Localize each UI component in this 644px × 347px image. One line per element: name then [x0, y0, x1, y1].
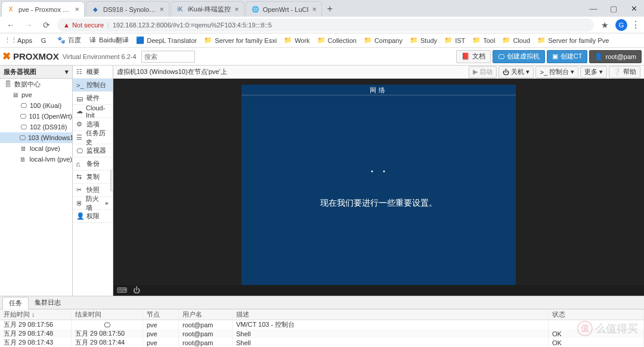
minimize-button[interactable]: —	[583, 0, 603, 17]
menu-icon: 🖵	[76, 147, 83, 154]
url-input[interactable]: ▲ Not secure | 192.168.123.2:8006/#v1:0:…	[57, 18, 594, 32]
back-icon[interactable]: ←	[4, 18, 18, 32]
menu-item[interactable]: ☁Cloud-Init	[73, 105, 113, 118]
browser-tab[interactable]: ◆DS918 - Synology DiskStation×	[86, 1, 169, 17]
col-end[interactable]: 结束时间	[72, 309, 143, 320]
bookmark-item[interactable]: 🐾百度	[54, 35, 84, 46]
bookmark-label: IST	[455, 37, 465, 44]
menu-label: 任务历史	[86, 129, 109, 147]
bookmark-item[interactable]: 译Baidu翻译	[85, 35, 132, 46]
user-menu-button[interactable]: 👤root@pam	[589, 50, 642, 63]
bookmark-item[interactable]: ⋮⋮Apps	[4, 35, 35, 46]
menu-label: 选项	[86, 120, 100, 129]
maximize-button[interactable]: ▢	[603, 0, 624, 17]
tree-item[interactable]: 🖥pve	[0, 89, 72, 100]
menu-icon: 🖴	[76, 95, 83, 102]
tree-item[interactable]: 🗎local (pve)	[0, 143, 72, 154]
play-icon: ▶	[473, 68, 478, 76]
table-row[interactable]: 五月 29 08:17:48五月 29 08:17:50pveroot@pamS…	[0, 329, 644, 338]
search-input[interactable]	[141, 51, 195, 63]
bookmark-item[interactable]: 📁Work	[281, 35, 312, 46]
menu-label: 复制	[86, 172, 100, 181]
power-icon[interactable]: ⏻	[133, 286, 140, 295]
not-secure-badge: ▲ Not secure	[63, 21, 104, 29]
bookmark-item[interactable]: 📁IST	[441, 35, 468, 46]
menu-label: 备份	[86, 159, 100, 168]
menu-item[interactable]: 👤权限	[73, 210, 113, 223]
extension-icon[interactable]: ★	[597, 18, 612, 32]
create-vm-button[interactable]: 🖵创建虚拟机	[493, 50, 545, 63]
col-start[interactable]: 开始时间 ↓	[0, 309, 72, 320]
help-button[interactable]: ❔帮助	[609, 66, 640, 78]
menu-item[interactable]: ⇆复制	[73, 171, 113, 184]
bookmark-item[interactable]: 📁Company	[361, 35, 405, 46]
create-ct-button[interactable]: ▣创建CT	[547, 50, 588, 63]
forward-icon[interactable]: →	[21, 18, 36, 32]
tasks-tabs: 任务 集群日志	[0, 296, 644, 309]
setup-message: 现在我们要进行一些重要设置。	[242, 198, 516, 209]
chevron-down-icon: ▾	[599, 68, 603, 76]
bookmark-item[interactable]: G	[36, 35, 53, 46]
bookmark-item[interactable]: 📁Study	[407, 35, 440, 46]
reload-icon[interactable]: ⟳	[39, 18, 54, 32]
bookmark-label: 百度	[68, 36, 81, 45]
bookmark-item[interactable]: 📁Server for family Esxi	[201, 35, 280, 46]
bookmark-item[interactable]: 📁Collection	[314, 35, 360, 46]
tree-label: 103 (WIndows10)	[28, 134, 72, 141]
menu-item[interactable]: >_控制台	[73, 79, 113, 92]
close-icon[interactable]: ×	[312, 5, 317, 14]
favicon-icon: ◆	[91, 5, 100, 14]
tree-title[interactable]: 服务器视图▾	[0, 66, 72, 79]
tab-cluster-log[interactable]: 集群日志	[29, 297, 67, 308]
monitor-icon: 🖵	[498, 53, 504, 60]
favicon-icon: ⋮⋮	[7, 36, 15, 45]
keyboard-icon[interactable]: ⌨	[117, 286, 127, 295]
menu-item[interactable]: ☰任务历史	[73, 131, 113, 144]
browser-tab[interactable]: iKiKuai-终端监控×	[171, 1, 244, 17]
bookmark-label: Server for family Esxi	[215, 37, 277, 44]
content-title-bar: 虚拟机103 (Windows10)在节点'pve'上 ▶启动 ⏻关机 ▾ >_…	[113, 66, 644, 79]
tree-item[interactable]: 🖵103 (WIndows10)	[0, 132, 72, 143]
more-button[interactable]: 更多 ▾	[580, 66, 607, 78]
close-icon[interactable]: ×	[234, 5, 239, 14]
menu-item[interactable]: ⎌备份	[73, 157, 113, 171]
docs-button[interactable]: 📕文档	[456, 50, 491, 63]
menu-item[interactable]: 🖵监视器	[73, 144, 113, 157]
col-desc[interactable]: 描述	[233, 309, 549, 320]
new-tab-button[interactable]: +	[322, 1, 338, 17]
bookmark-item[interactable]: 📁Cloud	[499, 35, 533, 46]
bookmark-label: DeepL Translator	[147, 37, 197, 44]
tree-item[interactable]: 🗄数据中心	[0, 79, 72, 89]
menu-item[interactable]: ⛨防火墙▸	[73, 197, 113, 210]
bookmark-item[interactable]: 📁Server for family Pve	[534, 35, 612, 46]
menu-icon[interactable]: ⋮	[631, 19, 640, 30]
tree-item[interactable]: 🖵100 (iKuai)	[0, 100, 72, 111]
browser-tab[interactable]: 🌐OpenWrt - LuCI×	[246, 1, 322, 17]
table-row[interactable]: 五月 29 08:17:56🖵pveroot@pamVM/CT 103 - 控制…	[0, 320, 644, 329]
col-user[interactable]: 用户名	[179, 309, 233, 320]
menu-item[interactable]: 🖴硬件	[73, 92, 113, 105]
folder-icon: 📁	[204, 36, 212, 45]
tab-tasks[interactable]: 任务	[2, 297, 29, 309]
menu-item[interactable]: ☷概要	[73, 66, 113, 79]
tree-item[interactable]: 🗎local-lvm (pve)	[0, 154, 72, 165]
menu-label: 快照	[86, 185, 100, 194]
close-button[interactable]: ✕	[624, 0, 644, 17]
tree-item[interactable]: 🖵102 (DS918)	[0, 122, 72, 132]
profile-avatar[interactable]: G	[615, 19, 627, 31]
console-area[interactable]: 网络 • • 现在我们要进行一些重要设置。 ⌨ ⏻	[113, 79, 644, 296]
bookmark-item[interactable]: 📁Tool	[469, 35, 498, 46]
close-icon[interactable]: ×	[159, 5, 164, 14]
table-row[interactable]: 五月 29 08:17:43五月 29 08:17:44pveroot@pamS…	[0, 338, 644, 347]
col-node[interactable]: 节点	[143, 309, 179, 320]
bookmark-label: Baidu翻译	[99, 36, 129, 45]
close-icon[interactable]: ×	[75, 5, 79, 14]
tree-item[interactable]: 🖵101 (OpenWrt)	[0, 111, 72, 122]
browser-tab[interactable]: Xpve - Proxmox Virtual Environm×	[1, 1, 85, 17]
shutdown-button[interactable]: ⏻关机 ▾	[499, 66, 534, 78]
col-status[interactable]: 状态	[549, 309, 644, 320]
bookmark-item[interactable]: 🟦DeepL Translator	[133, 35, 200, 46]
console-button[interactable]: >_控制台 ▾	[535, 66, 578, 78]
menu-label: 权限	[86, 212, 100, 221]
start-button[interactable]: ▶启动	[469, 66, 497, 78]
